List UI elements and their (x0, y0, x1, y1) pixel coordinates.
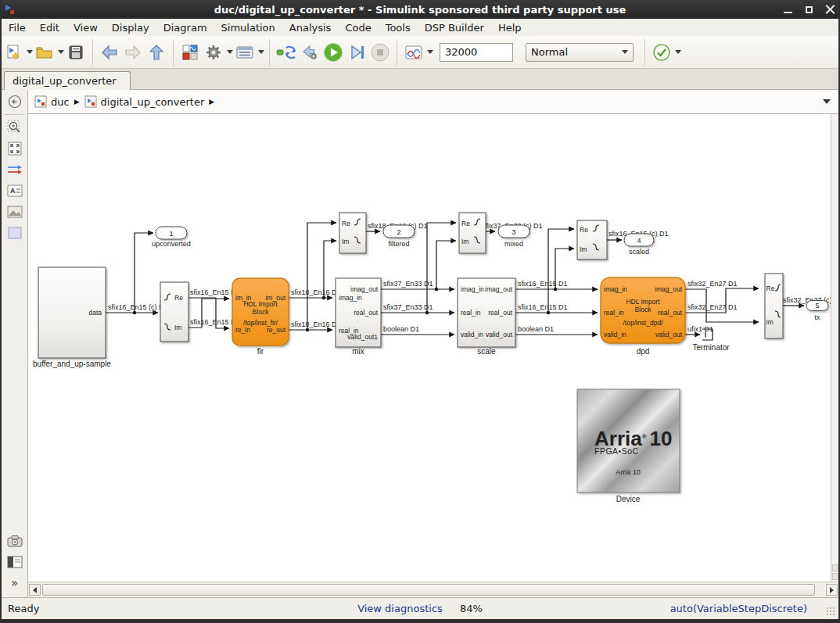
area-button[interactable] (5, 224, 25, 242)
breadcrumb-current[interactable]: digital_up_converter (101, 96, 205, 108)
menu-help[interactable]: Help (491, 20, 529, 35)
settings-dropdown-icon[interactable] (227, 50, 233, 54)
menu-view[interactable]: View (66, 20, 105, 35)
open-folder-icon (35, 44, 54, 61)
outport-mixed[interactable]: 3 mixed (498, 225, 529, 248)
block-device-arria10[interactable]: Arria®10 FPGA•SoC Arria 10 Device (577, 389, 680, 503)
stop-button[interactable] (369, 41, 391, 64)
outport-scaled[interactable]: 4 scaled (624, 234, 654, 256)
block-type: Block (253, 308, 270, 316)
tab-bar: digital_up_converter (2, 69, 838, 90)
scroll-button[interactable] (832, 573, 838, 580)
minimize-icon[interactable] (783, 5, 793, 15)
zoom-tool-button[interactable] (5, 118, 25, 137)
block-scale[interactable]: imag_in real_in valid_in imag_out real_o… (458, 278, 515, 356)
outport-tx[interactable]: 5 tx (806, 301, 828, 322)
scroll-right-button[interactable] (826, 584, 838, 596)
breadcrumb-root[interactable]: duc (51, 96, 70, 108)
right-triangle-icon (830, 587, 834, 593)
outport-filtered[interactable]: 2 filtered (383, 225, 415, 248)
back-arrow-icon (100, 44, 119, 61)
device-family-text: FPGA•SoC (594, 446, 639, 456)
block-real-imag-to-complex-filtered[interactable]: Re Im (339, 213, 366, 253)
block-caption: Terminator (692, 343, 730, 352)
menu-file[interactable]: File (2, 20, 33, 35)
branch-dot (435, 288, 438, 291)
block-real-imag-to-complex-mixed[interactable]: Re Im (459, 213, 486, 253)
annotation-icon: A (7, 184, 23, 197)
vertical-scrollbar[interactable] (831, 114, 838, 582)
simulink-app-icon (3, 3, 16, 16)
menu-simulation[interactable]: Simulation (214, 20, 282, 35)
block-caption: mix (352, 347, 364, 356)
hide-browser-button[interactable] (5, 92, 25, 111)
step-forward-button[interactable] (346, 41, 368, 64)
view-diagnostics-link[interactable]: View diagnostics (357, 603, 443, 614)
new-model-button[interactable] (2, 41, 24, 64)
model-browser-button[interactable] (5, 553, 25, 571)
model-configuration-button[interactable] (234, 41, 256, 64)
open-dropdown-icon[interactable] (58, 50, 64, 54)
menu-tools[interactable]: Tools (379, 20, 418, 35)
solver-info[interactable]: auto(VariableStepDiscrete) (670, 603, 807, 614)
area-box-icon (8, 227, 22, 239)
build-check-dropdown-icon[interactable] (675, 50, 681, 54)
menu-dsp-builder[interactable]: DSP Builder (418, 20, 491, 35)
zoom-level: 84% (460, 603, 483, 614)
outport-upconverted[interactable]: 1 upconverted (152, 227, 191, 248)
menu-code[interactable]: Code (338, 20, 378, 35)
block-dpd[interactable]: imag_in real_in valid_in imag_out real_o… (601, 277, 685, 356)
signal-lines-button[interactable] (5, 160, 25, 179)
close-icon[interactable] (825, 5, 835, 15)
run-button[interactable] (322, 41, 344, 64)
block-mix[interactable]: imag_in real_in imag_out real_out valid_… (336, 278, 381, 356)
step-back-button[interactable] (299, 41, 321, 64)
up-to-parent-button[interactable] (145, 41, 167, 64)
simulation-stop-time-input[interactable] (440, 43, 513, 62)
model-configuration-dropdown-icon[interactable] (258, 50, 264, 54)
scroll-button[interactable] (832, 564, 838, 571)
maximize-icon[interactable] (804, 5, 814, 15)
model-file-icon (34, 95, 47, 108)
sdi-dropdown-icon[interactable] (427, 50, 433, 54)
simulation-mode-value: Normal (531, 46, 568, 58)
signal-label: sfix32_En27 D1 (687, 303, 738, 311)
simulation-data-inspector-button[interactable] (403, 41, 425, 64)
back-button[interactable] (99, 41, 120, 64)
settings-button[interactable] (203, 41, 224, 64)
simulation-mode-select[interactable]: Normal (526, 43, 634, 62)
annotation-button[interactable]: A (5, 181, 25, 200)
breadcrumb-dropdown-icon[interactable] (823, 99, 831, 104)
signal-arrows-icon (7, 163, 23, 176)
menu-edit[interactable]: Edit (33, 20, 66, 35)
model-canvas[interactable]: sfix16_En15 (c) D1 sfix16_En15 D1 sfix16… (28, 114, 831, 582)
window-title: duc/digital_up_converter * - Simulink sp… (0, 4, 840, 16)
block-buffer-and-up-sample[interactable]: data buffer_and_up-sample (33, 267, 111, 368)
re-port-label: Re (174, 294, 183, 302)
block-real-imag-to-complex-scaled[interactable]: Re Im (577, 220, 607, 260)
forward-button[interactable] (122, 41, 144, 64)
port-label: valid_in (461, 331, 483, 338)
resize-grip-icon[interactable] (826, 607, 835, 616)
menu-display[interactable]: Display (105, 20, 156, 35)
tab-digital-up-converter[interactable]: digital_up_converter (4, 71, 131, 90)
scrollbar-thumb[interactable] (42, 584, 815, 596)
port-label: valid_in (604, 331, 626, 338)
block-fir[interactable]: im_in re_in im_out re_out HDL Import Blo… (232, 278, 289, 356)
new-model-dropdown-icon[interactable] (27, 50, 33, 54)
expand-sidebar-button[interactable]: » (5, 574, 25, 593)
screenshot-button[interactable] (5, 532, 25, 550)
menu-diagram[interactable]: Diagram (156, 20, 214, 35)
fit-to-view-button[interactable] (5, 139, 25, 158)
scroll-left-button[interactable] (29, 584, 41, 596)
horizontal-scrollbar[interactable] (28, 582, 838, 597)
block-real-imag-to-complex-tx[interactable]: Re Im (765, 274, 783, 338)
image-button[interactable] (5, 202, 25, 221)
library-browser-button[interactable] (179, 41, 201, 64)
open-button[interactable] (34, 41, 56, 64)
build-check-button[interactable] (651, 41, 673, 64)
block-complex-to-real-imag[interactable]: Re Im (160, 282, 188, 342)
menu-analysis[interactable]: Analysis (282, 20, 339, 35)
update-diagram-button[interactable] (275, 41, 297, 64)
save-button[interactable] (65, 41, 87, 64)
